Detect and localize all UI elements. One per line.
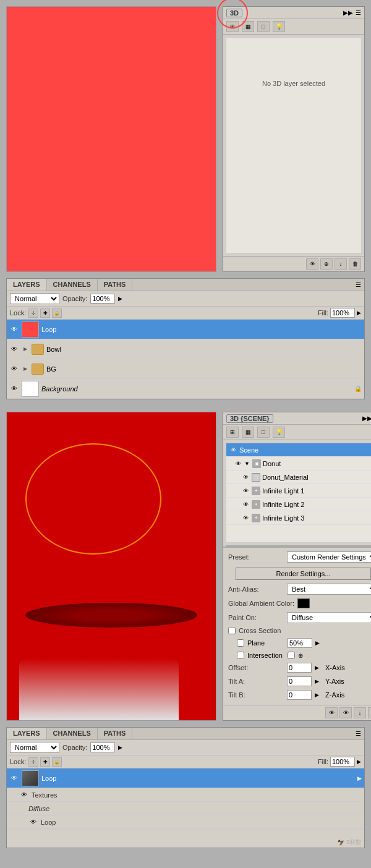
mid-bottom-icon-4[interactable]: 🗑 bbox=[368, 707, 371, 718]
layer-row-loop-bottom[interactable]: 👁 Loop ▶ bbox=[7, 768, 364, 788]
eye-textures[interactable]: 👁 bbox=[19, 790, 29, 800]
tilt-b-arrow[interactable]: ▶ bbox=[315, 692, 319, 698]
mid-square-icon[interactable]: □ bbox=[257, 427, 270, 438]
blend-mode-dropdown-bottom[interactable]: Normal bbox=[10, 742, 59, 753]
filter-icon[interactable]: ⊞ bbox=[226, 21, 239, 32]
blend-mode-dropdown-top[interactable]: Normal bbox=[10, 293, 59, 304]
opacity-arrow-top[interactable]: ▶ bbox=[118, 296, 122, 302]
thumb-loop-bottom bbox=[22, 770, 39, 786]
tab-channels-bottom[interactable]: CHANNELS bbox=[47, 728, 98, 739]
scene-row-scene[interactable]: 👁 Scene bbox=[226, 443, 371, 457]
opacity-input-bottom[interactable] bbox=[90, 742, 115, 752]
eye-loop-top[interactable]: 👁 bbox=[9, 325, 19, 334]
bottom-icon-2[interactable]: ⊕ bbox=[320, 258, 333, 270]
intersection-checkbox[interactable] bbox=[237, 652, 244, 659]
lock-move-icon-bottom[interactable]: ✚ bbox=[40, 757, 50, 767]
expand-bg-top[interactable]: ▶ bbox=[22, 365, 29, 373]
bulb-icon[interactable]: 💡 bbox=[273, 21, 285, 32]
panel-mid-forward-icon[interactable]: ▶▶ bbox=[362, 415, 371, 422]
layers-controls-top: Normal Opacity: ▶ bbox=[7, 291, 364, 307]
eye-bowl-top[interactable]: 👁 bbox=[9, 344, 19, 354]
layers-menu-icon-top[interactable]: ☰ bbox=[356, 281, 361, 288]
layers-tab-menu-top[interactable]: ☰ bbox=[352, 279, 364, 291]
offset-input[interactable] bbox=[287, 663, 312, 673]
cross-section-checkbox[interactable] bbox=[228, 627, 236, 634]
tilt-a-arrow[interactable]: ▶ bbox=[315, 678, 319, 684]
layers-controls-bottom: Normal Opacity: ▶ bbox=[7, 740, 364, 755]
tab-layers-top[interactable]: LAYERS bbox=[7, 279, 47, 291]
lock-all-icon-bottom[interactable]: 🔒 bbox=[52, 757, 62, 767]
render-btn-row: Render Settings... bbox=[226, 565, 371, 582]
mid-bottom-icon-3[interactable]: ↓ bbox=[354, 707, 366, 718]
scene-eye-donut[interactable]: 👁 bbox=[234, 459, 242, 468]
plane-checkbox[interactable] bbox=[237, 639, 244, 647]
intersection-check2[interactable] bbox=[288, 652, 295, 659]
offset-arrow[interactable]: ▶ bbox=[315, 665, 319, 671]
panel-menu-icon[interactable]: ☰ bbox=[356, 9, 361, 16]
mid-filter-icon[interactable]: ⊞ bbox=[226, 427, 239, 438]
bottom-icon-4[interactable]: 🗑 bbox=[349, 258, 361, 270]
opacity-arrow-bottom[interactable]: ▶ bbox=[118, 744, 122, 751]
layers-menu-icon-bottom[interactable]: ☰ bbox=[356, 730, 361, 737]
eye-background-top[interactable]: 👁 bbox=[9, 384, 19, 394]
layers-tab-menu-bottom[interactable]: ☰ bbox=[352, 728, 364, 739]
layer-row-bg-top[interactable]: 👁 ▶ BG bbox=[7, 359, 364, 379]
scene-eye-light3[interactable]: 👁 bbox=[241, 514, 250, 522]
eye-sub-loop[interactable]: 👁 bbox=[28, 817, 38, 827]
mid-bulb-icon[interactable]: 💡 bbox=[273, 427, 285, 438]
sub-layer-loop[interactable]: 👁 Loop bbox=[7, 815, 364, 829]
tab-paths-bottom[interactable]: PATHS bbox=[98, 728, 133, 739]
anti-alias-dropdown[interactable]: Best bbox=[287, 584, 371, 595]
tilt-a-input[interactable] bbox=[287, 676, 312, 686]
sub-layer-textures[interactable]: 👁 Textures bbox=[7, 788, 364, 802]
expand-donut[interactable]: ▼ bbox=[244, 461, 250, 467]
scene-row-donut[interactable]: 👁 ▼ ▣ Donut bbox=[226, 457, 371, 470]
lock-pixel-icon[interactable]: ⊹ bbox=[28, 308, 38, 318]
lock-all-icon[interactable]: 🔒 bbox=[52, 308, 62, 318]
fill-arrow-bottom[interactable]: ▶ bbox=[357, 759, 361, 765]
sub-name-textures: Textures bbox=[32, 791, 58, 799]
scene-eye-material[interactable]: 👁 bbox=[241, 473, 250, 482]
square-icon[interactable]: □ bbox=[257, 21, 270, 32]
scene-eye-light2[interactable]: 👁 bbox=[241, 500, 250, 509]
fill-input-bottom[interactable] bbox=[330, 757, 355, 767]
eye-loop-bottom[interactable]: 👁 bbox=[9, 773, 19, 783]
mid-bottom-icon-2[interactable]: 👁 bbox=[339, 707, 352, 718]
scene-eye-light1[interactable]: 👁 bbox=[241, 487, 250, 495]
scene-row-light3[interactable]: 👁 ☀ Infinite Light 3 bbox=[226, 511, 371, 525]
paint-on-dropdown[interactable]: Diffuse bbox=[287, 612, 371, 623]
scene-row-light1[interactable]: 👁 ☀ Infinite Light 1 bbox=[226, 484, 371, 498]
mid-grid-icon[interactable]: ▦ bbox=[242, 427, 254, 438]
eye-bg-top[interactable]: 👁 bbox=[9, 364, 19, 374]
layer-row-background-top[interactable]: 👁 Background 🔒 bbox=[7, 379, 364, 399]
fill-arrow-top[interactable]: ▶ bbox=[357, 310, 361, 316]
opacity-input-top[interactable] bbox=[90, 294, 115, 304]
bottom-icon-1[interactable]: 👁 bbox=[306, 258, 318, 270]
global-ambient-swatch[interactable] bbox=[297, 598, 310, 608]
layer-row-bowl-top[interactable]: 👁 ▶ Bowl bbox=[7, 339, 364, 359]
tab-layers-bottom[interactable]: LAYERS bbox=[7, 728, 47, 739]
bottom-icon-3[interactable]: ↓ bbox=[335, 258, 347, 270]
fill-input-top[interactable] bbox=[330, 308, 355, 318]
plane-input[interactable] bbox=[288, 638, 312, 648]
plane-arrow[interactable]: ▶ bbox=[315, 640, 320, 646]
preset-dropdown[interactable]: Custom Render Settings bbox=[287, 551, 371, 563]
sub-layer-diffuse[interactable]: Diffuse bbox=[7, 802, 364, 815]
scene-row-light2[interactable]: 👁 ☀ Infinite Light 2 bbox=[226, 498, 371, 511]
scene-row-donut-material[interactable]: 👁 □ Donut_Material bbox=[226, 470, 371, 484]
scene-eye-scene[interactable]: 👁 bbox=[229, 446, 237, 454]
thumb-loop-img bbox=[22, 771, 38, 786]
anti-alias-row: Anti-Alias: Best bbox=[226, 582, 371, 596]
tilt-b-input[interactable] bbox=[287, 690, 312, 700]
panel-forward-icon[interactable]: ▶▶ bbox=[343, 9, 353, 16]
panel-3d-mid-toolbar: ⊞ ▦ □ 💡 bbox=[223, 425, 371, 440]
layer-row-loop-top[interactable]: 👁 Loop bbox=[7, 320, 364, 339]
tab-paths-top[interactable]: PATHS bbox=[98, 279, 133, 291]
expand-bowl-top[interactable]: ▶ bbox=[22, 346, 29, 353]
grid-icon[interactable]: ▦ bbox=[242, 21, 254, 32]
lock-pixel-icon-bottom[interactable]: ⊹ bbox=[28, 757, 38, 767]
lock-move-icon[interactable]: ✚ bbox=[40, 308, 50, 318]
tab-channels-top[interactable]: CHANNELS bbox=[47, 279, 98, 291]
render-btn[interactable]: Render Settings... bbox=[236, 568, 371, 580]
mid-bottom-icon-1[interactable]: 👁 bbox=[325, 707, 338, 718]
